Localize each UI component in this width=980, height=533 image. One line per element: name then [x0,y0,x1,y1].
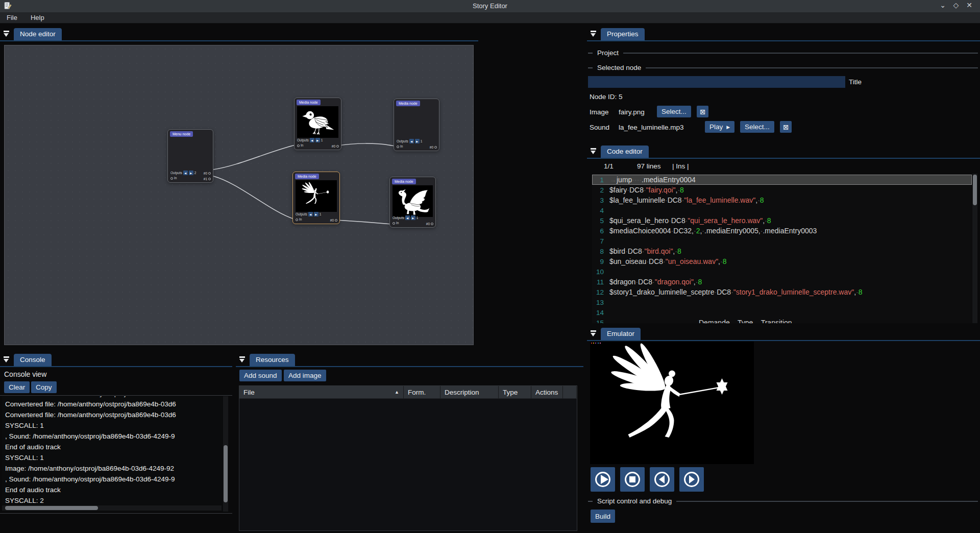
collapse-panel-icon[interactable] [590,330,597,336]
collapse-panel-icon[interactable] [3,31,10,37]
code-line[interactable]: 14 [592,307,972,318]
node-input-row: In [296,217,302,222]
console-vscrollbar[interactable] [223,396,228,512]
console-log[interactable]: Convertered file: /home/anthony/ostproj/… [2,396,229,512]
code-vscrollbar[interactable] [972,174,977,323]
output-port-dot[interactable] [208,178,211,180]
code-line[interactable]: 5$qui_sera_le_hero·DC8·"qui_sera_le_hero… [592,215,972,226]
tab-emulator[interactable]: Emulator [601,328,641,340]
step-left-button[interactable]: ◀ [310,138,314,142]
code-line[interactable]: 9$un_oiseau·DC8·"un_oiseau.wav",·8 [592,256,972,266]
graph-node[interactable]: Media nodeOutputs◀▶1In#0 [389,177,436,228]
column-header[interactable]: File▲ [239,386,404,399]
scrollbar-thumb[interactable] [224,445,228,502]
code-line[interactable]: 13 [592,297,972,307]
collapse-panel-icon[interactable] [239,356,246,362]
stop-button[interactable] [620,467,645,492]
output-port-dot[interactable] [336,145,339,148]
tab-console[interactable]: Console [14,354,52,366]
code-line[interactable]: 4 [592,205,972,215]
emulator-fairy-image [590,342,754,464]
tab-resources[interactable]: Resources [250,354,295,366]
code-line[interactable]: 7 [592,236,972,246]
step-forward-button[interactable] [679,467,704,492]
output-port-dot[interactable] [208,172,211,175]
input-port-dot[interactable] [393,222,395,225]
close-button[interactable]: ✕ [964,1,975,11]
line-number: 2 [592,186,609,194]
output-port-dot[interactable] [335,219,337,222]
properties-tabrow: Properties [587,25,980,41]
input-port-dot[interactable] [297,144,300,147]
input-port-dot[interactable] [397,146,399,148]
play-button[interactable]: Play ▶ [705,121,734,133]
output-port-dot[interactable] [431,223,433,225]
code-line[interactable]: 11$dragon·DC8·"dragon.qoi",·8 [592,277,972,287]
minimize-button[interactable]: ⌄ [937,1,948,11]
add-image-button[interactable]: Add image [284,370,326,381]
step-right-button[interactable]: ▶ [411,215,415,220]
title-input[interactable] [588,76,845,88]
image-clear-button[interactable]: ⊠ [697,106,708,117]
code-line[interactable]: 3$la_fee_luminelle·DC8·"la_fee_luminelle… [592,195,972,205]
output-port[interactable]: #0 [332,144,339,148]
menu-help[interactable]: Help [24,13,51,22]
menu-file[interactable]: File [0,13,24,22]
image-select-button[interactable]: Select... [657,106,691,117]
output-port-dot[interactable] [434,146,437,149]
sound-select-button[interactable]: Select... [740,121,774,133]
step-right-button[interactable]: ▶ [189,171,193,175]
output-port[interactable]: #0 [204,172,211,175]
copy-button[interactable]: Copy [31,381,57,393]
console-hscrollbar[interactable] [2,505,222,511]
maximize-button[interactable]: ◇ [950,1,962,11]
collapse-panel-icon[interactable] [3,356,10,362]
tab-properties[interactable]: Properties [601,28,645,40]
step-right-button[interactable]: ▶ [415,139,420,143]
column-header[interactable]: Description [440,386,499,399]
graph-node[interactable]: Media nodeOutputs◀▶1In#0 [394,99,439,151]
scrollbar-thumb[interactable] [5,506,98,510]
tab-code-editor[interactable]: Code editor [601,146,649,158]
build-button[interactable]: Build [591,510,615,523]
code-line[interactable]: 10 [592,266,972,277]
graph-node[interactable]: Media nodeOutputs◀▶1In#0 [294,98,341,150]
step-left-button[interactable]: ◀ [409,139,414,143]
column-header[interactable]: Type [499,386,531,399]
code-line[interactable]: 15Demande Type Transition [592,318,972,323]
output-port[interactable]: #0 [330,219,337,222]
node-canvas[interactable]: Menu nodeOutputs◀▶2In#0#1Media nodeOutpu… [4,45,474,345]
column-header[interactable] [563,386,577,399]
code-token: DC8 [717,288,731,296]
log-line: Convertered file: /home/anthony/ostproj/… [5,399,229,409]
step-left-button[interactable]: ◀ [405,215,410,220]
output-port[interactable]: #1 [204,177,211,181]
play-button[interactable] [591,467,615,492]
sound-clear-button[interactable]: ⊠ [780,121,792,133]
graph-node[interactable]: Menu nodeOutputs◀▶2In#0#1 [167,129,213,183]
step-right-button[interactable]: ▶ [315,138,320,142]
tab-node-editor[interactable]: Node editor [14,28,62,40]
input-port-dot[interactable] [170,177,173,180]
code-line[interactable]: 8$bird·DC8·"bird.qoi",·8 [592,246,972,256]
graph-node[interactable]: Media nodeOutputs◀▶1In#0 [292,172,340,224]
column-header[interactable]: Actions [531,386,563,399]
code-line[interactable]: 6$mediaChoice0004·DC32,·2,·.mediaEntry00… [592,226,972,236]
clear-button[interactable]: Clear [4,381,30,393]
code-editor-text[interactable]: 1→jump····.mediaEntry00042$fairy·DC8·"fa… [592,174,972,323]
input-port-dot[interactable] [296,219,298,221]
step-right-button[interactable]: ▶ [314,212,318,216]
column-header[interactable]: Form. [404,386,440,399]
step-left-button[interactable]: ◀ [308,212,313,216]
code-line[interactable]: 2$fairy·DC8·"fairy.qoi",·8 [592,185,972,195]
code-line[interactable]: 12$story1_drako_luminelle_sceptre·DC8·"s… [592,287,972,297]
add-sound-button[interactable]: Add sound [239,370,282,381]
output-port[interactable]: #0 [430,146,437,149]
scrollbar-thumb[interactable] [973,175,977,205]
step-left-button[interactable]: ◀ [183,171,188,175]
collapse-panel-icon[interactable] [590,31,597,37]
step-back-button[interactable] [650,467,674,492]
collapse-panel-icon[interactable] [590,148,597,154]
output-port[interactable]: #0 [426,222,433,226]
code-line[interactable]: 1→jump····.mediaEntry0004 [592,175,972,185]
